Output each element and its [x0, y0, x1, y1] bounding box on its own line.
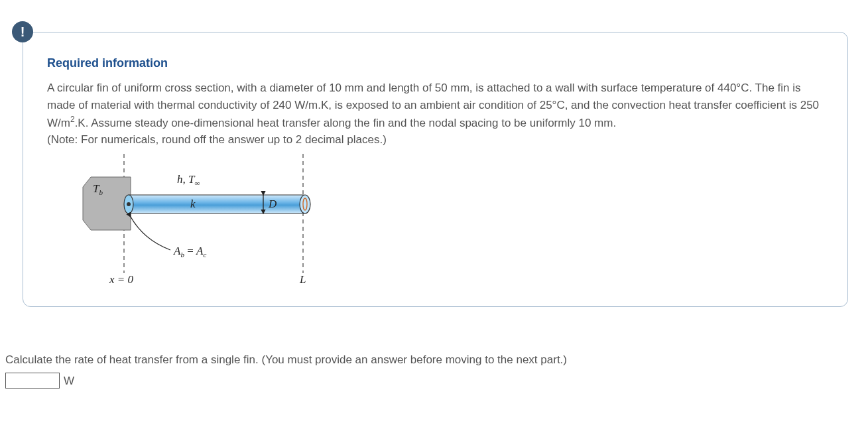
info-panel: Required information A circular fin of u… [23, 32, 848, 307]
question-text: Calculate the rate of heat transfer from… [5, 353, 567, 366]
label-l: L [299, 273, 306, 286]
superscript-2: 2 [70, 115, 75, 124]
label-ab: A [173, 245, 181, 257]
label-tb-sub: b [99, 188, 103, 196]
problem-note: (Note: For numericals, round off the ans… [47, 133, 387, 146]
label-eq: = [184, 245, 196, 257]
fin-diagram: Tb h, T∞ k D Ab = Ac x = 0 L [64, 154, 330, 286]
question-section: Calculate the rate of heat transfer from… [5, 351, 848, 389]
alert-symbol: ! [21, 25, 25, 40]
svg-text:Ab = Ac: Ab = Ac [173, 245, 206, 259]
svg-rect-2 [127, 195, 305, 213]
label-k: k [190, 198, 196, 210]
label-x0: x = 0 [109, 273, 134, 286]
label-ac: A [196, 245, 204, 257]
alert-badge: ! [12, 21, 33, 42]
label-tinf-sub: ∞ [194, 179, 200, 187]
section-title: Required information [47, 56, 824, 70]
label-ac-sub: c [203, 251, 206, 259]
answer-row: W [5, 373, 848, 390]
problem-statement: A circular fin of uniform cross section,… [47, 80, 824, 149]
label-d: D [268, 198, 277, 210]
problem-part1b: .K. Assume steady one-dimensional heat t… [75, 117, 616, 129]
label-htinf: h, T [177, 173, 196, 186]
answer-input[interactable] [5, 373, 60, 389]
svg-text:x = 0: x = 0 [109, 273, 134, 286]
svg-point-4 [127, 202, 131, 206]
unit-label: W [64, 373, 74, 390]
svg-text:h, T∞: h, T∞ [177, 173, 200, 187]
svg-point-5 [300, 195, 310, 213]
